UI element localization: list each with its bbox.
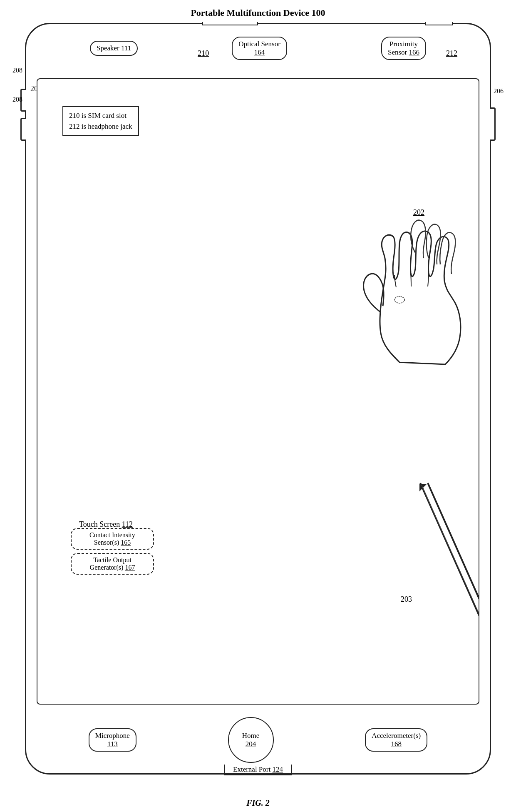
svg-line-2: [428, 483, 479, 633]
speaker-component: Speaker 111: [90, 41, 138, 56]
page-container: Portable Multifunction Device 100 210 21…: [0, 0, 516, 812]
sim-slot-connector: [202, 22, 258, 25]
optical-sensor-component: Optical Sensor164: [232, 37, 287, 60]
fig-caption: FIG. 2: [246, 798, 270, 808]
label-206-text: 206: [494, 87, 504, 95]
page-title: Portable Multifunction Device 100: [191, 7, 325, 18]
label-202: 202: [413, 208, 424, 217]
stylus-illustration: [345, 479, 479, 637]
label-203: 203: [401, 595, 412, 604]
label-202-text: 202: [413, 208, 424, 217]
top-components-area: Speaker 111 Optical Sensor164 ProximityS…: [26, 37, 490, 60]
proximity-sensor-label: ProximitySensor 166: [388, 40, 419, 56]
external-port-label: External Port 124: [233, 765, 283, 773]
sim-info-line1: 210 is SIM card slot: [69, 110, 132, 121]
sim-info-line2: 212 is headphone jack: [69, 121, 132, 132]
label-208-bot-text: 208: [12, 96, 22, 103]
label-208-top-text: 208: [12, 67, 22, 74]
bottom-components-area: Microphone113 Home204 Accelerometer(s)16…: [26, 717, 490, 763]
microphone-component: Microphone113: [89, 728, 136, 752]
svg-line-3: [422, 485, 479, 634]
fig-caption-text: FIG. 2: [246, 798, 270, 807]
headphone-connector: [425, 22, 453, 25]
external-port-box: External Port 124: [224, 765, 292, 775]
contact-intensity-box: Contact IntensitySensor(s) 165: [71, 528, 154, 550]
screen-area: 210 is SIM card slot 212 is headphone ja…: [37, 78, 479, 705]
side-label-208-bot: 208: [12, 96, 22, 103]
hand-illustration: [316, 171, 479, 371]
side-button-right: [490, 107, 496, 141]
contact-intensity-text: Contact IntensitySensor(s) 165: [89, 531, 135, 546]
proximity-sensor-component: ProximitySensor 166: [381, 37, 426, 60]
tactile-output-box: Tactile OutputGenerator(s) 167: [71, 553, 154, 575]
touch-screen-label: Touch Screen 112: [79, 520, 133, 529]
side-button-left-2: [20, 118, 26, 141]
optical-sensor-label: Optical Sensor164: [238, 40, 280, 56]
svg-point-0: [394, 296, 404, 303]
info-box: 210 is SIM card slot 212 is headphone ja…: [62, 106, 139, 136]
tactile-output-text: Tactile OutputGenerator(s) 167: [90, 556, 135, 571]
title-text: Portable Multifunction Device 100: [191, 7, 325, 18]
side-label-206: 206: [494, 87, 504, 95]
home-button[interactable]: Home204: [228, 717, 274, 763]
accelerometer-component: Accelerometer(s)168: [365, 728, 427, 752]
side-label-208-top: 208: [12, 67, 22, 74]
touch-screen-text: Touch Screen 112: [79, 520, 133, 528]
svg-line-1: [420, 483, 479, 633]
speaker-label: Speaker 111: [97, 44, 131, 52]
microphone-label: Microphone113: [95, 732, 130, 748]
external-port-area: External Port 124: [165, 765, 351, 775]
device-body: 210 212 Speaker 111 Optical Sensor164 Pr…: [25, 23, 491, 775]
accelerometer-label: Accelerometer(s)168: [372, 732, 421, 748]
label-203-text: 203: [401, 595, 412, 603]
home-label: Home204: [242, 732, 260, 748]
